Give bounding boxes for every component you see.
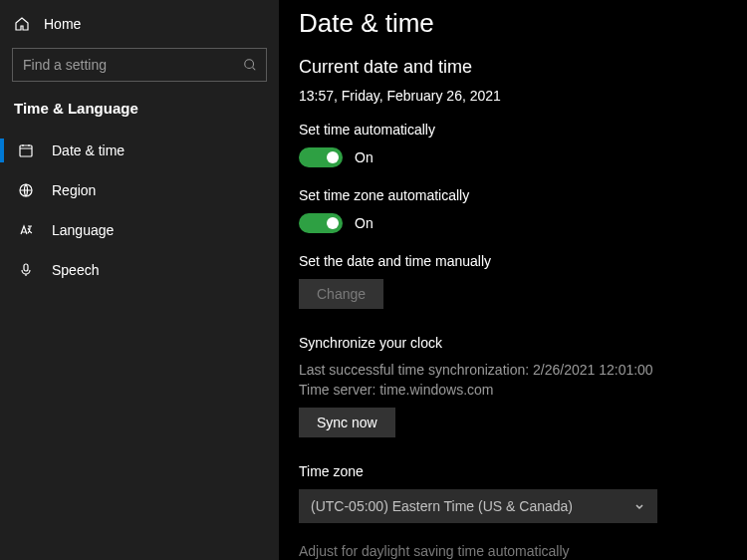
set-time-auto-label: Set time automatically xyxy=(299,122,727,138)
main-content: Date & time Current date and time 13:57,… xyxy=(279,0,747,560)
sidebar-item-date-time[interactable]: Date & time xyxy=(0,131,279,170)
home-link[interactable]: Home xyxy=(0,8,279,40)
page-title: Date & time xyxy=(299,8,727,39)
search-input[interactable] xyxy=(12,48,267,82)
dst-label: Adjust for daylight saving time automati… xyxy=(299,543,727,559)
change-button: Change xyxy=(299,279,383,309)
timezone-label: Time zone xyxy=(299,463,727,479)
sidebar-item-label: Region xyxy=(52,182,96,198)
svg-point-0 xyxy=(245,60,254,69)
set-manual-label: Set the date and time manually xyxy=(299,253,727,269)
language-icon xyxy=(18,222,34,238)
set-time-auto-toggle[interactable] xyxy=(299,147,343,167)
sidebar-item-label: Language xyxy=(52,222,114,238)
sync-head: Synchronize your clock xyxy=(299,335,727,351)
current-datetime-value: 13:57, Friday, February 26, 2021 xyxy=(299,88,727,104)
section-title: Time & Language xyxy=(0,94,279,131)
sync-now-button[interactable]: Sync now xyxy=(299,408,395,437)
home-label: Home xyxy=(44,16,81,32)
home-icon xyxy=(14,16,30,32)
set-tz-auto-state: On xyxy=(355,215,374,231)
set-tz-auto-label: Set time zone automatically xyxy=(299,187,727,203)
sync-server: Time server: time.windows.com xyxy=(299,381,727,401)
sync-last: Last successful time synchronization: 2/… xyxy=(299,361,727,381)
sidebar-item-label: Speech xyxy=(52,262,99,278)
set-tz-auto-toggle[interactable] xyxy=(299,213,343,233)
sidebar-item-label: Date & time xyxy=(52,142,124,158)
timezone-value: (UTC-05:00) Eastern Time (US & Canada) xyxy=(311,498,573,514)
search-icon xyxy=(243,58,257,72)
sidebar-item-region[interactable]: Region xyxy=(0,170,279,210)
svg-rect-1 xyxy=(20,145,32,156)
search-container xyxy=(12,48,267,82)
sidebar-item-speech[interactable]: Speech xyxy=(0,250,279,290)
svg-rect-3 xyxy=(24,264,28,271)
set-time-auto-state: On xyxy=(355,149,374,165)
globe-icon xyxy=(18,182,34,198)
sidebar: Home Time & Language Date & time Region … xyxy=(0,0,279,560)
microphone-icon xyxy=(18,262,34,278)
sidebar-item-language[interactable]: Language xyxy=(0,210,279,250)
chevron-down-icon xyxy=(633,500,645,512)
current-datetime-head: Current date and time xyxy=(299,57,727,78)
timezone-dropdown[interactable]: (UTC-05:00) Eastern Time (US & Canada) xyxy=(299,489,657,523)
clock-icon xyxy=(18,142,34,158)
